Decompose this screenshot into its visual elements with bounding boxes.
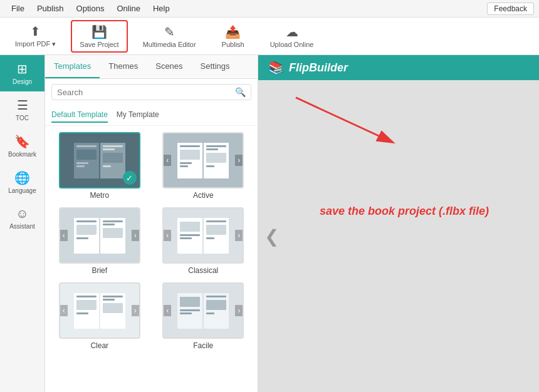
sidebar-item-toc[interactable]: ☰ TOC — [0, 91, 44, 128]
tab-templates[interactable]: Templates — [45, 55, 100, 78]
publish-label: Publish — [222, 41, 244, 48]
save-project-button[interactable]: 💾 Save Project — [71, 20, 127, 53]
sidebar-item-language[interactable]: 🌐 Language — [0, 164, 44, 200]
upload-online-button[interactable]: ☁ Upload Online — [261, 20, 323, 53]
upload-online-icon: ☁ — [286, 24, 298, 39]
template-active-thumb[interactable]: ‹ — [162, 132, 244, 188]
panel-tabs: Templates Themes Scenes Settings — [45, 55, 258, 79]
tab-default-template[interactable]: Default Template — [51, 108, 108, 123]
menu-file[interactable]: File — [5, 1, 31, 16]
flipbuilder-header: 📚 FlipBuilder — [258, 55, 539, 80]
canvas-prev-button[interactable]: ❮ — [264, 226, 279, 247]
publish-button[interactable]: 📤 Publish — [211, 20, 255, 53]
search-container: 🔍 — [51, 84, 251, 100]
facile-next-arrow[interactable]: › — [235, 305, 243, 316]
classical-prev-arrow[interactable]: ‹ — [164, 230, 171, 241]
canvas-main: save the book project (.flbx file) ❮ — [258, 80, 539, 392]
svg-line-1 — [296, 98, 384, 138]
design-label: Design — [13, 78, 32, 85]
language-icon: 🌐 — [14, 170, 30, 185]
template-grid: ✓ Metro ‹ — [45, 126, 258, 356]
search-icon: 🔍 — [235, 87, 246, 97]
template-facile-label: Facile — [193, 341, 213, 350]
template-brief-thumb[interactable]: ‹ › — [59, 207, 140, 264]
import-pdf-button[interactable]: ⬆ Import PDF ▾ — [6, 20, 65, 53]
design-icon: ⊞ — [17, 61, 28, 76]
sidebar-item-assistant[interactable]: ☺ Assistant — [0, 200, 44, 236]
template-active-label: Active — [193, 191, 214, 200]
menu-publish[interactable]: Publish — [31, 1, 70, 16]
classical-next-arrow[interactable]: › — [235, 230, 243, 241]
toc-label: TOC — [16, 115, 29, 121]
upload-online-label: Upload Online — [270, 41, 314, 48]
selected-check: ✓ — [123, 171, 137, 185]
assistant-label: Assistant — [9, 223, 35, 230]
template-clear-thumb[interactable]: ‹ › — [59, 282, 140, 339]
facile-prev-arrow[interactable]: ‹ — [164, 305, 171, 316]
publish-icon: 📤 — [225, 24, 241, 39]
template-metro-label: Metro — [90, 191, 109, 200]
tab-my-template[interactable]: My Template — [117, 108, 159, 123]
clear-next-arrow[interactable]: › — [132, 305, 139, 316]
language-label: Language — [8, 187, 36, 194]
bookmark-label: Bookmark — [8, 151, 36, 158]
menu-options[interactable]: Options — [70, 1, 111, 16]
toolbar: ⬆ Import PDF ▾ 💾 Save Project ✎ Multimed… — [0, 18, 539, 55]
menu-online[interactable]: Online — [110, 1, 147, 16]
main-layout: ⊞ Design ☰ TOC 🔖 Bookmark 🌐 Language ☺ A… — [0, 55, 539, 392]
template-metro[interactable]: ✓ Metro — [51, 132, 148, 200]
annotation-arrow — [258, 80, 539, 392]
template-clear-label: Clear — [90, 341, 108, 350]
template-facile-thumb[interactable]: ‹ › — [162, 282, 244, 339]
tab-scenes[interactable]: Scenes — [147, 55, 191, 78]
feedback-button[interactable]: Feedback — [487, 3, 534, 15]
multimedia-editor-label: Multimedia Editor — [143, 41, 196, 48]
active-prev-arrow[interactable]: ‹ — [164, 155, 171, 166]
template-classical[interactable]: ‹ › Class — [155, 207, 252, 275]
sidebar-item-bookmark[interactable]: 🔖 Bookmark — [0, 128, 44, 164]
import-pdf-label: Import PDF ▾ — [15, 40, 56, 48]
search-input[interactable] — [57, 88, 235, 97]
template-facile[interactable]: ‹ › Facil — [155, 282, 252, 350]
template-metro-thumb[interactable]: ✓ — [59, 132, 140, 188]
left-sidebar: ⊞ Design ☰ TOC 🔖 Bookmark 🌐 Language ☺ A… — [0, 55, 45, 392]
template-classical-thumb[interactable]: ‹ › — [162, 207, 244, 264]
toc-icon: ☰ — [17, 98, 28, 113]
bookmark-icon: 🔖 — [14, 134, 30, 149]
sidebar-item-design[interactable]: ⊞ Design — [0, 55, 44, 91]
brief-prev-arrow[interactable]: ‹ — [60, 230, 68, 241]
flipbuilder-logo-icon: 📚 — [268, 60, 284, 75]
multimedia-editor-icon: ✎ — [164, 24, 175, 39]
template-sub-tabs: Default Template My Template — [45, 105, 258, 126]
template-clear[interactable]: ‹ › Clear — [51, 282, 148, 350]
multimedia-editor-button[interactable]: ✎ Multimedia Editor — [134, 20, 205, 53]
design-panel: Templates Themes Scenes Settings 🔍 Defau… — [45, 55, 258, 392]
template-brief-label: Brief — [92, 266, 107, 275]
save-project-label: Save Project — [80, 41, 118, 48]
template-brief[interactable]: ‹ › Brief — [51, 207, 148, 275]
annotation-text: save the book project (.flbx file) — [320, 205, 489, 218]
tab-themes[interactable]: Themes — [100, 55, 147, 78]
clear-prev-arrow[interactable]: ‹ — [60, 305, 68, 316]
active-next-arrow[interactable]: › — [235, 155, 243, 166]
flipbuilder-logo-text: FlipBuilder — [289, 61, 348, 75]
canvas-area: 📚 FlipBuilder save the book project (.fl… — [258, 55, 539, 392]
tab-settings[interactable]: Settings — [192, 55, 239, 78]
import-pdf-icon: ⬆ — [30, 24, 41, 39]
menu-help[interactable]: Help — [147, 1, 176, 16]
save-project-icon: 💾 — [92, 24, 107, 39]
brief-next-arrow[interactable]: › — [132, 230, 139, 241]
template-classical-label: Classical — [188, 266, 218, 275]
menu-bar: File Publish Options Online Help Feedbac… — [0, 0, 539, 18]
assistant-icon: ☺ — [16, 207, 28, 221]
template-active[interactable]: ‹ — [155, 132, 252, 200]
